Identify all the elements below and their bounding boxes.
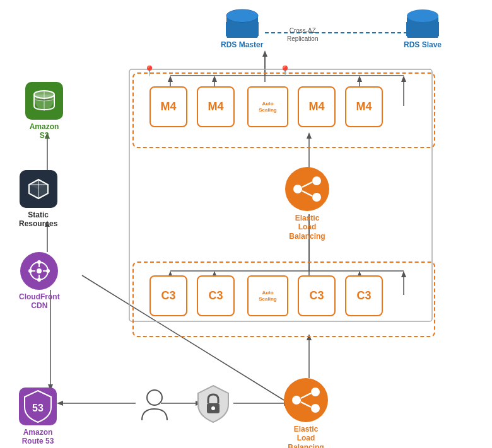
elb-top-label: ElasticLoadBalancing	[289, 214, 325, 241]
c3-instance-4: C3	[345, 275, 383, 316]
svg-point-71	[46, 269, 50, 273]
svg-point-73	[147, 390, 162, 405]
cloudfront-node: CloudFrontCDN	[19, 252, 60, 311]
rds-slave-node: RDS Slave	[404, 6, 442, 49]
static-resources-label: StaticResources	[19, 210, 57, 229]
c3-autoscaling-group: C3 C3 AutoScaling C3 C3	[132, 261, 435, 337]
m4-instance-1: M4	[149, 86, 187, 127]
c3-instance-2: C3	[197, 275, 235, 316]
svg-point-50	[407, 9, 438, 22]
cross-az-label: Cross-AZReplication	[287, 26, 318, 43]
m4-instance-4: M4	[345, 86, 383, 127]
elb-top-node: ElasticLoadBalancing	[285, 167, 329, 241]
svg-point-45	[226, 9, 258, 22]
pin-icon-mid: 📍	[279, 65, 291, 77]
svg-point-83	[312, 193, 321, 202]
svg-point-76	[292, 396, 301, 405]
svg-point-75	[211, 406, 215, 410]
c3-instance-3: C3	[298, 275, 336, 316]
m4-autoscaling-group: 📍 📍 M4 M4 AutoScaling M4 M4	[132, 72, 435, 148]
s3-node: AmazonS3	[25, 82, 63, 141]
svg-line-79	[301, 393, 311, 398]
svg-point-78	[311, 404, 320, 413]
route53-label: AmazonRoute 53	[22, 428, 54, 446]
elb-bottom-node: ElasticLoadBalancing	[284, 378, 328, 448]
rds-master-node: RDS Master	[221, 6, 263, 49]
svg-text:53: 53	[32, 403, 44, 413]
auto-scaling-bottom: AutoScaling	[247, 275, 288, 316]
pin-icon-left: 📍	[143, 65, 156, 77]
connections-svg	[0, 0, 492, 448]
cloudfront-label: CloudFrontCDN	[19, 292, 60, 311]
elb-bottom-label: ElasticLoadBalancing	[288, 425, 324, 448]
svg-point-82	[312, 176, 321, 185]
svg-line-80	[301, 402, 311, 407]
rds-slave-label: RDS Slave	[404, 40, 442, 49]
svg-point-63	[37, 268, 42, 273]
svg-point-68	[37, 260, 41, 264]
svg-marker-34	[57, 401, 63, 406]
static-resources-node: StaticResources	[19, 170, 57, 229]
svg-marker-3	[262, 50, 267, 57]
c3-instance-1: C3	[149, 275, 187, 316]
svg-point-77	[311, 388, 320, 396]
m4-instance-2: M4	[197, 86, 235, 127]
svg-point-69	[37, 278, 41, 282]
architecture-diagram: RDS Master Cross-AZReplication RDS Slave	[0, 0, 492, 448]
user-node	[139, 388, 170, 422]
m4-instance-3: M4	[298, 86, 336, 127]
waf-shield-node	[196, 384, 231, 423]
svg-point-81	[293, 185, 302, 193]
svg-line-84	[302, 182, 312, 187]
route53-node: 53 AmazonRoute 53	[19, 388, 57, 446]
rds-master-label: RDS Master	[221, 40, 263, 49]
svg-line-85	[302, 191, 312, 196]
s3-label: AmazonS3	[30, 122, 59, 141]
auto-scaling-top: AutoScaling	[247, 86, 288, 127]
svg-point-70	[28, 269, 32, 273]
